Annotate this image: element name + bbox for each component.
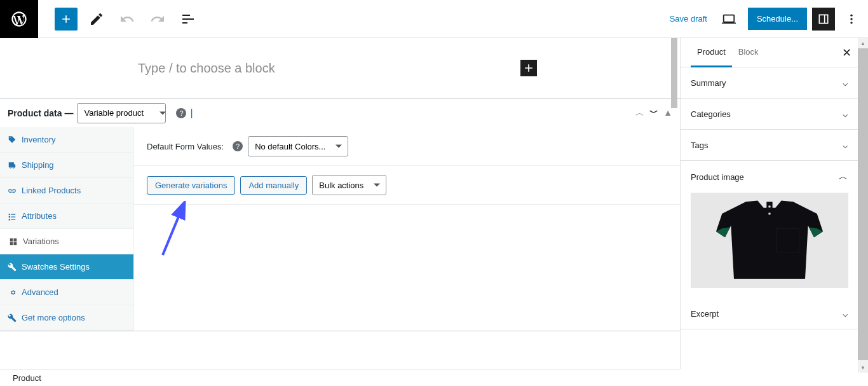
tab-inventory[interactable]: Inventory bbox=[0, 127, 133, 153]
breadcrumb-item[interactable]: Product bbox=[13, 373, 41, 383]
wordpress-logo[interactable] bbox=[0, 0, 38, 38]
settings-sidebar: Product Block ✕ Summary ⌵ Categories ⌵ T… bbox=[680, 38, 858, 369]
sidebar-tab-product[interactable]: Product bbox=[691, 38, 732, 67]
generate-variations-button[interactable]: Generate variations bbox=[147, 176, 235, 195]
outline-icon bbox=[180, 11, 196, 27]
default-form-values-label: Default Form Values: bbox=[147, 142, 224, 151]
chevron-down-icon: ⌵ bbox=[843, 109, 848, 119]
wrench-icon bbox=[8, 314, 17, 322]
editor-canvas: Type / to choose a block Product data — … bbox=[0, 38, 680, 369]
metabox-toggle-controls: ︿ ﹀ ▲ bbox=[635, 107, 672, 119]
chevron-down-icon: ⌵ bbox=[843, 78, 848, 88]
add-manually-button[interactable]: Add manually bbox=[240, 176, 307, 195]
collapse-handle[interactable]: ▲ bbox=[663, 107, 672, 119]
default-form-values-select[interactable]: No default Colors... bbox=[248, 136, 348, 156]
tab-linked-products[interactable]: Linked Products bbox=[0, 178, 133, 203]
product-data-tabs: Inventory Shipping Linked Products Attri… bbox=[0, 127, 134, 331]
chevron-up-icon: ︿ bbox=[839, 171, 848, 183]
schedule-button[interactable]: Schedule... bbox=[748, 8, 807, 30]
product-data-header: Product data — Variable product ? | ︿ ﹀ … bbox=[0, 99, 680, 127]
panel-excerpt[interactable]: Excerpt ⌵ bbox=[681, 298, 858, 329]
undo-icon bbox=[119, 11, 135, 27]
grid-icon bbox=[9, 237, 18, 246]
tab-variations[interactable]: Variations bbox=[0, 229, 133, 254]
truck-icon bbox=[8, 161, 17, 170]
panel-icon bbox=[817, 13, 830, 25]
svg-point-1 bbox=[850, 18, 852, 20]
product-data-title: Product data — bbox=[8, 108, 73, 118]
polo-shirt-image bbox=[709, 196, 830, 285]
add-block-button[interactable] bbox=[520, 60, 537, 76]
tab-attributes[interactable]: Attributes bbox=[0, 203, 133, 229]
canvas-scrollbar-thumb[interactable] bbox=[671, 38, 677, 108]
svg-point-6 bbox=[768, 205, 771, 208]
panel-tags[interactable]: Tags ⌵ bbox=[681, 130, 858, 161]
svg-rect-5 bbox=[766, 202, 772, 219]
wordpress-icon bbox=[10, 10, 28, 28]
list-icon bbox=[8, 212, 17, 221]
more-options-button[interactable] bbox=[840, 8, 863, 31]
close-sidebar-button[interactable]: ✕ bbox=[842, 46, 851, 60]
panel-summary[interactable]: Summary ⌵ bbox=[681, 67, 858, 99]
preview-button[interactable] bbox=[717, 8, 740, 31]
tab-shipping[interactable]: Shipping bbox=[0, 153, 133, 178]
plus-icon bbox=[522, 62, 535, 74]
tools-button[interactable] bbox=[85, 8, 108, 31]
product-image-preview[interactable] bbox=[691, 193, 848, 288]
panel-categories[interactable]: Categories ⌵ bbox=[681, 99, 858, 130]
kebab-icon bbox=[845, 13, 858, 25]
tab-swatches-settings[interactable]: Swatches Settings bbox=[0, 254, 133, 280]
product-type-select[interactable]: Variable product bbox=[77, 103, 166, 123]
chevron-down-icon: ⌵ bbox=[843, 308, 848, 319]
move-down-handle[interactable]: ﹀ bbox=[649, 107, 658, 119]
sidebar-tabs: Product Block ✕ bbox=[681, 38, 858, 67]
editor-footer-breadcrumb: Product bbox=[0, 369, 680, 386]
link-icon bbox=[8, 186, 17, 195]
move-up-handle[interactable]: ︿ bbox=[635, 107, 644, 119]
help-icon[interactable]: ? bbox=[233, 141, 243, 151]
redo-button[interactable] bbox=[146, 8, 169, 31]
tab-advanced[interactable]: Advanced bbox=[0, 280, 133, 305]
block-prompt-text: Type / to choose a block bbox=[138, 61, 275, 76]
save-draft-link[interactable]: Save draft bbox=[670, 14, 707, 24]
pencil-icon bbox=[89, 11, 104, 27]
laptop-icon bbox=[722, 12, 736, 26]
help-icon[interactable]: ? bbox=[176, 108, 186, 118]
scroll-up-arrow[interactable]: ▲ bbox=[858, 38, 868, 48]
settings-panel-toggle[interactable] bbox=[812, 8, 835, 31]
scrollbar-thumb[interactable] bbox=[858, 48, 868, 360]
redo-icon bbox=[150, 11, 165, 27]
editor-topbar: Save draft Schedule... bbox=[0, 0, 868, 38]
page-scrollbar[interactable]: ▲ ▼ bbox=[858, 38, 868, 373]
product-data-metabox: Product data — Variable product ? | ︿ ﹀ … bbox=[0, 98, 680, 331]
bulk-actions-select[interactable]: Bulk actions bbox=[312, 175, 386, 195]
svg-point-2 bbox=[850, 22, 852, 24]
document-overview-button[interactable] bbox=[177, 8, 200, 31]
chevron-down-icon: ⌵ bbox=[843, 140, 848, 150]
svg-point-0 bbox=[850, 14, 852, 16]
tab-get-more-options[interactable]: Get more options bbox=[0, 305, 133, 331]
svg-point-7 bbox=[768, 212, 771, 215]
plus-icon bbox=[60, 13, 72, 25]
undo-button[interactable] bbox=[116, 8, 139, 31]
variations-panel: Default Form Values: ? No default Colors… bbox=[134, 127, 680, 331]
empty-block-prompt[interactable]: Type / to choose a block bbox=[0, 38, 680, 98]
wrench-icon bbox=[8, 263, 17, 272]
panel-product-image[interactable]: Product image ︿ bbox=[681, 161, 858, 193]
block-inserter-button[interactable] bbox=[55, 8, 78, 31]
scroll-down-arrow[interactable]: ▼ bbox=[858, 362, 868, 373]
tag-icon bbox=[8, 135, 17, 144]
sidebar-tab-block[interactable]: Block bbox=[732, 38, 765, 67]
gear-icon bbox=[8, 288, 17, 297]
